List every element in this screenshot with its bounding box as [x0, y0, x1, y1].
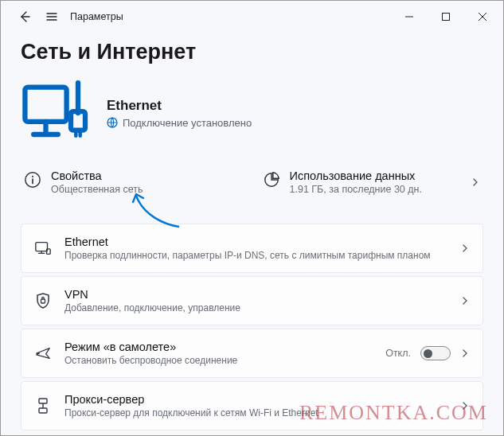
minimize-icon	[405, 13, 413, 21]
svg-rect-9	[39, 399, 47, 403]
monitor-icon	[34, 239, 52, 257]
proxy-row[interactable]: Прокси-сервер Прокси-сервер для подключе…	[21, 381, 483, 430]
usage-title: Использование данных	[290, 169, 422, 182]
airplane-icon	[34, 345, 52, 362]
close-icon	[479, 13, 486, 21]
ethernet-row-subtitle: Проверка подлинности, параметры IP-и DNS…	[64, 250, 431, 261]
network-hero: Ethernet Подключение установлено	[21, 77, 483, 149]
ethernet-row[interactable]: Ethernet Проверка подлинности, параметры…	[21, 224, 483, 273]
airplane-row-title: Режим «в самолете»	[64, 341, 237, 353]
svg-rect-1	[25, 88, 66, 122]
svg-rect-10	[39, 408, 47, 413]
proxy-row-subtitle: Прокси-сервер для подключений к сетям Wi…	[64, 407, 318, 418]
svg-rect-6	[36, 243, 48, 251]
back-button[interactable]	[11, 3, 38, 30]
minimize-button[interactable]	[391, 4, 428, 29]
ethernet-monitor-icon	[21, 77, 92, 149]
arrow-left-icon	[18, 10, 31, 23]
proxy-row-title: Прокси-сервер	[64, 393, 318, 406]
vpn-row-subtitle: Добавление, подключение, управление	[64, 302, 240, 313]
titlebar-label: Параметры	[70, 11, 123, 22]
chevron-right-icon	[460, 401, 470, 411]
chevron-right-icon	[460, 243, 470, 253]
hamburger-icon	[45, 10, 58, 23]
svg-rect-0	[443, 14, 450, 21]
usage-subtitle: 1.91 ГБ, за последние 30 дн.	[290, 184, 422, 195]
ethernet-row-title: Ethernet	[64, 236, 431, 248]
airplane-row-subtitle: Остановить беспроводное соединение	[64, 355, 237, 366]
svg-point-5	[32, 176, 33, 177]
page-heading: Сеть и Интернет	[21, 40, 483, 64]
info-icon	[24, 171, 41, 189]
close-button[interactable]	[464, 4, 501, 29]
vpn-row[interactable]: VPN Добавление, подключение, управление	[21, 276, 483, 325]
chevron-right-icon	[460, 348, 470, 358]
proxy-icon	[35, 397, 51, 415]
vpn-row-title: VPN	[64, 288, 240, 301]
maximize-button[interactable]	[428, 4, 464, 29]
shield-icon	[35, 292, 51, 309]
globe-icon	[107, 117, 118, 128]
hero-subtitle: Подключение установлено	[123, 117, 252, 129]
chevron-right-icon	[460, 296, 470, 306]
properties-card[interactable]: Свойства Общественная сеть	[21, 168, 245, 197]
titlebar: Параметры	[0, 0, 504, 33]
data-usage-card[interactable]: Использование данных 1.91 ГБ, за последн…	[260, 168, 484, 197]
properties-title: Свойства	[51, 169, 143, 182]
svg-rect-7	[47, 249, 51, 254]
toggle-knob	[424, 349, 432, 358]
airplane-row[interactable]: Режим «в самолете» Остановить беспроводн…	[21, 329, 483, 378]
airplane-toggle[interactable]	[420, 346, 451, 360]
chevron-right-icon	[471, 177, 480, 187]
airplane-toggle-label: Откл.	[385, 348, 411, 359]
properties-subtitle: Общественная сеть	[51, 184, 143, 195]
hero-title: Ethernet	[107, 98, 252, 114]
svg-rect-8	[41, 299, 45, 303]
menu-button[interactable]	[38, 3, 65, 30]
data-usage-icon	[263, 171, 280, 189]
maximize-icon	[442, 13, 450, 21]
